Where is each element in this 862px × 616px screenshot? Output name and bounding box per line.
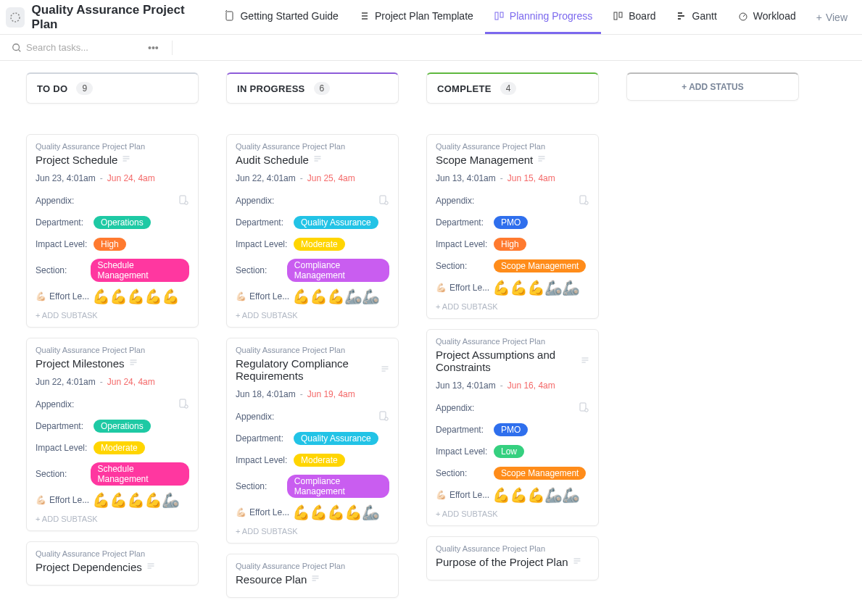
task-card[interactable]: Quality Assurance Project PlanResource P…	[226, 554, 399, 598]
department-pill[interactable]: Operations	[94, 216, 151, 229]
field-department[interactable]: Department:Operations	[36, 215, 189, 230]
card-title[interactable]: Project Milestones	[36, 357, 125, 370]
field-department[interactable]: Department:Quality Assurance	[236, 215, 389, 230]
tab-project-plan-template[interactable]: Project Plan Template	[350, 1, 482, 34]
tab-gantt[interactable]: Gantt	[668, 1, 726, 34]
field-impact[interactable]: Impact Level:Low	[436, 444, 589, 459]
impact-pill[interactable]: Low	[494, 445, 524, 458]
add-status-button[interactable]: + ADD STATUS	[626, 72, 799, 101]
effort-value: 💪💪💪🦾🦾	[292, 289, 379, 304]
field-section[interactable]: Section:Schedule Management	[36, 462, 189, 486]
field-impact[interactable]: Impact Level:Moderate	[236, 453, 389, 467]
task-card[interactable]: Quality Assurance Project PlanProject De…	[26, 541, 199, 586]
section-pill[interactable]: Scope Management	[494, 467, 586, 480]
field-effort[interactable]: 💪🏻Effort Le...💪💪💪💪🦾	[36, 493, 189, 507]
add-subtask-button[interactable]: + ADD SUBTASK	[436, 507, 589, 521]
field-impact[interactable]: Impact Level:High	[436, 237, 589, 251]
impact-pill[interactable]: Moderate	[294, 238, 345, 251]
project-title[interactable]: Quality Assurance Project Plan	[32, 3, 199, 32]
search-wrap[interactable]	[12, 42, 135, 53]
section-pill[interactable]: Schedule Management	[91, 462, 189, 486]
card-date-row[interactable]: Jun 13, 4:01am-Jun 16, 4am	[436, 380, 589, 391]
card-date-row[interactable]: Jun 22, 4:01am-Jun 24, 4am	[36, 377, 189, 387]
field-impact[interactable]: Impact Level:Moderate	[236, 237, 389, 251]
svg-rect-3	[500, 12, 503, 17]
field-section[interactable]: Section:Scope Management	[436, 259, 589, 273]
task-card[interactable]: Quality Assurance Project PlanProject Sc…	[26, 134, 199, 328]
task-card[interactable]: Quality Assurance Project PlanProject Mi…	[26, 338, 199, 531]
department-pill[interactable]: PMO	[494, 423, 528, 436]
card-title[interactable]: Project Dependencies	[36, 561, 142, 573]
department-pill[interactable]: Quality Assurance	[294, 216, 378, 229]
card-title[interactable]: Resource Plan	[236, 573, 307, 586]
field-section[interactable]: Section:Compliance Management	[236, 259, 389, 282]
department-pill[interactable]: Quality Assurance	[294, 432, 378, 445]
department-pill[interactable]: Operations	[94, 420, 151, 433]
card-title[interactable]: Purpose of the Project Plan	[436, 556, 568, 568]
impact-pill[interactable]: Moderate	[94, 441, 145, 454]
field-section[interactable]: Section:Schedule Management	[36, 259, 189, 282]
card-title[interactable]: Audit Schedule	[236, 154, 309, 166]
field-effort[interactable]: 💪🏻Effort Le...💪💪💪🦾🦾	[436, 280, 589, 295]
card-title[interactable]: Project Schedule	[36, 154, 117, 166]
add-subtask-button[interactable]: + ADD SUBTASK	[436, 299, 589, 314]
field-effort[interactable]: 💪🏻Effort Le...💪💪💪🦾🦾	[236, 289, 389, 304]
field-appendix[interactable]: Appendix:	[436, 193, 589, 208]
card-title[interactable]: Scope Management	[436, 154, 533, 166]
card-date-row[interactable]: Jun 23, 4:01am-Jun 24, 4am	[36, 173, 189, 183]
field-section[interactable]: Section:Scope Management	[436, 466, 589, 480]
task-card[interactable]: Quality Assurance Project PlanProject As…	[426, 329, 599, 526]
field-appendix[interactable]: Appendix:	[236, 409, 389, 424]
field-department[interactable]: Department:Quality Assurance	[236, 431, 389, 446]
more-button[interactable]: •••	[142, 42, 165, 54]
field-effort[interactable]: 💪🏻Effort Le...💪💪💪💪💪	[36, 289, 189, 304]
description-icon	[146, 562, 155, 573]
field-department[interactable]: Department:PMO	[436, 215, 589, 230]
column-header[interactable]: TO DO9	[26, 72, 199, 104]
field-appendix[interactable]: Appendix:	[436, 401, 589, 415]
field-section[interactable]: Section:Compliance Management	[236, 475, 389, 498]
task-card[interactable]: Quality Assurance Project PlanRegulatory…	[226, 338, 399, 544]
card-date-row[interactable]: Jun 18, 4:01am-Jun 19, 4am	[236, 389, 389, 399]
section-pill[interactable]: Compliance Management	[287, 259, 389, 282]
card-date-row[interactable]: Jun 13, 4:01am-Jun 15, 4am	[436, 173, 589, 183]
svg-point-13	[385, 201, 388, 204]
task-card[interactable]: Quality Assurance Project PlanPurpose of…	[426, 536, 599, 580]
add-subtask-button[interactable]: + ADD SUBTASK	[236, 524, 389, 538]
add-subtask-button[interactable]: + ADD SUBTASK	[36, 512, 189, 526]
impact-pill[interactable]: High	[94, 238, 126, 251]
tab-board[interactable]: Board	[604, 1, 664, 34]
card-title[interactable]: Project Assumptions and Constraints	[436, 349, 576, 373]
field-impact[interactable]: Impact Level:Moderate	[36, 441, 189, 455]
column-header[interactable]: IN PROGRESS6	[226, 72, 399, 104]
card-title[interactable]: Regulatory Compliance Requirements	[236, 357, 376, 382]
task-card[interactable]: Quality Assurance Project PlanAudit Sche…	[226, 134, 399, 328]
column-header[interactable]: COMPLETE4	[426, 72, 599, 104]
tab-workload[interactable]: Workload	[729, 1, 805, 34]
section-pill[interactable]: Compliance Management	[287, 475, 389, 498]
project-icon[interactable]	[6, 7, 25, 28]
section-pill[interactable]: Schedule Management	[91, 259, 189, 282]
field-effort[interactable]: 💪🏻Effort Le...💪💪💪🦾🦾	[436, 488, 589, 502]
field-appendix[interactable]: Appendix:	[36, 397, 189, 412]
field-impact[interactable]: Impact Level:High	[36, 237, 189, 251]
add-subtask-button[interactable]: + ADD SUBTASK	[236, 308, 389, 322]
field-appendix[interactable]: Appendix:	[236, 193, 389, 208]
section-pill[interactable]: Scope Management	[494, 259, 586, 272]
field-effort[interactable]: 💪🏻Effort Le...💪💪💪💪🦾	[236, 505, 389, 520]
task-card[interactable]: Quality Assurance Project PlanScope Mana…	[426, 134, 599, 319]
field-department[interactable]: Department:Operations	[36, 419, 189, 433]
add-subtask-button[interactable]: + ADD SUBTASK	[36, 308, 189, 322]
tab-getting-started[interactable]: Getting Started Guide	[215, 1, 347, 34]
impact-pill[interactable]: Moderate	[294, 454, 345, 467]
card-date-row[interactable]: Jun 22, 4:01am-Jun 25, 4am	[236, 173, 389, 183]
impact-pill[interactable]: High	[494, 238, 526, 251]
field-department[interactable]: Department:PMO	[436, 423, 589, 437]
add-view-button[interactable]: + View	[808, 12, 856, 23]
search-input[interactable]	[26, 42, 135, 53]
field-appendix[interactable]: Appendix:	[36, 193, 189, 208]
column-count: 6	[314, 82, 331, 95]
field-label: Section:	[36, 469, 91, 479]
department-pill[interactable]: PMO	[494, 216, 528, 229]
tab-planning-progress[interactable]: Planning Progress	[485, 1, 601, 34]
